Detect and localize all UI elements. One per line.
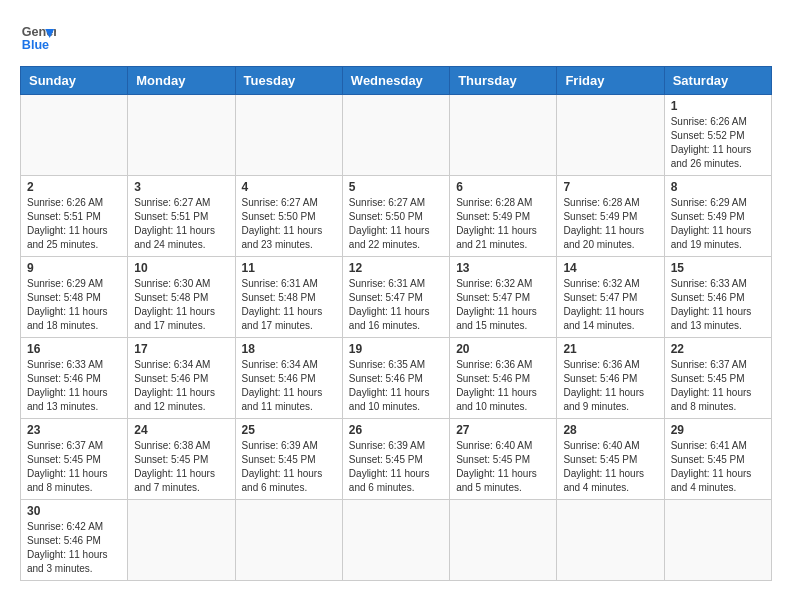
header: General Blue bbox=[20, 20, 772, 56]
day-info: Sunrise: 6:27 AM Sunset: 5:51 PM Dayligh… bbox=[134, 196, 228, 252]
calendar-header-friday: Friday bbox=[557, 67, 664, 95]
calendar-cell: 11Sunrise: 6:31 AM Sunset: 5:48 PM Dayli… bbox=[235, 257, 342, 338]
calendar-cell bbox=[128, 95, 235, 176]
day-info: Sunrise: 6:30 AM Sunset: 5:48 PM Dayligh… bbox=[134, 277, 228, 333]
day-number: 18 bbox=[242, 342, 336, 356]
day-info: Sunrise: 6:32 AM Sunset: 5:47 PM Dayligh… bbox=[563, 277, 657, 333]
day-info: Sunrise: 6:29 AM Sunset: 5:48 PM Dayligh… bbox=[27, 277, 121, 333]
calendar-week-4: 16Sunrise: 6:33 AM Sunset: 5:46 PM Dayli… bbox=[21, 338, 772, 419]
day-info: Sunrise: 6:36 AM Sunset: 5:46 PM Dayligh… bbox=[456, 358, 550, 414]
day-info: Sunrise: 6:34 AM Sunset: 5:46 PM Dayligh… bbox=[242, 358, 336, 414]
day-number: 5 bbox=[349, 180, 443, 194]
day-info: Sunrise: 6:33 AM Sunset: 5:46 PM Dayligh… bbox=[27, 358, 121, 414]
calendar-cell: 29Sunrise: 6:41 AM Sunset: 5:45 PM Dayli… bbox=[664, 419, 771, 500]
day-info: Sunrise: 6:39 AM Sunset: 5:45 PM Dayligh… bbox=[242, 439, 336, 495]
day-info: Sunrise: 6:26 AM Sunset: 5:52 PM Dayligh… bbox=[671, 115, 765, 171]
calendar-cell: 12Sunrise: 6:31 AM Sunset: 5:47 PM Dayli… bbox=[342, 257, 449, 338]
calendar-cell bbox=[664, 500, 771, 581]
calendar-cell: 23Sunrise: 6:37 AM Sunset: 5:45 PM Dayli… bbox=[21, 419, 128, 500]
calendar-cell: 14Sunrise: 6:32 AM Sunset: 5:47 PM Dayli… bbox=[557, 257, 664, 338]
calendar-cell bbox=[21, 95, 128, 176]
day-number: 28 bbox=[563, 423, 657, 437]
calendar-cell: 4Sunrise: 6:27 AM Sunset: 5:50 PM Daylig… bbox=[235, 176, 342, 257]
day-info: Sunrise: 6:42 AM Sunset: 5:46 PM Dayligh… bbox=[27, 520, 121, 576]
day-number: 15 bbox=[671, 261, 765, 275]
day-number: 27 bbox=[456, 423, 550, 437]
calendar-cell: 19Sunrise: 6:35 AM Sunset: 5:46 PM Dayli… bbox=[342, 338, 449, 419]
calendar-cell bbox=[342, 500, 449, 581]
day-number: 14 bbox=[563, 261, 657, 275]
day-number: 21 bbox=[563, 342, 657, 356]
day-info: Sunrise: 6:33 AM Sunset: 5:46 PM Dayligh… bbox=[671, 277, 765, 333]
calendar-week-5: 23Sunrise: 6:37 AM Sunset: 5:45 PM Dayli… bbox=[21, 419, 772, 500]
day-info: Sunrise: 6:40 AM Sunset: 5:45 PM Dayligh… bbox=[563, 439, 657, 495]
day-number: 22 bbox=[671, 342, 765, 356]
day-number: 20 bbox=[456, 342, 550, 356]
logo-icon: General Blue bbox=[20, 20, 56, 56]
calendar-week-3: 9Sunrise: 6:29 AM Sunset: 5:48 PM Daylig… bbox=[21, 257, 772, 338]
calendar-cell: 18Sunrise: 6:34 AM Sunset: 5:46 PM Dayli… bbox=[235, 338, 342, 419]
day-number: 3 bbox=[134, 180, 228, 194]
calendar-cell bbox=[235, 500, 342, 581]
svg-text:Blue: Blue bbox=[22, 38, 49, 52]
calendar-cell: 10Sunrise: 6:30 AM Sunset: 5:48 PM Dayli… bbox=[128, 257, 235, 338]
day-number: 19 bbox=[349, 342, 443, 356]
day-info: Sunrise: 6:41 AM Sunset: 5:45 PM Dayligh… bbox=[671, 439, 765, 495]
day-info: Sunrise: 6:35 AM Sunset: 5:46 PM Dayligh… bbox=[349, 358, 443, 414]
calendar-cell: 3Sunrise: 6:27 AM Sunset: 5:51 PM Daylig… bbox=[128, 176, 235, 257]
day-number: 2 bbox=[27, 180, 121, 194]
day-info: Sunrise: 6:37 AM Sunset: 5:45 PM Dayligh… bbox=[671, 358, 765, 414]
day-info: Sunrise: 6:34 AM Sunset: 5:46 PM Dayligh… bbox=[134, 358, 228, 414]
calendar-cell bbox=[450, 95, 557, 176]
calendar-cell bbox=[235, 95, 342, 176]
day-number: 12 bbox=[349, 261, 443, 275]
day-number: 30 bbox=[27, 504, 121, 518]
day-info: Sunrise: 6:26 AM Sunset: 5:51 PM Dayligh… bbox=[27, 196, 121, 252]
calendar-cell: 6Sunrise: 6:28 AM Sunset: 5:49 PM Daylig… bbox=[450, 176, 557, 257]
day-number: 11 bbox=[242, 261, 336, 275]
day-number: 8 bbox=[671, 180, 765, 194]
calendar-header-monday: Monday bbox=[128, 67, 235, 95]
day-info: Sunrise: 6:28 AM Sunset: 5:49 PM Dayligh… bbox=[456, 196, 550, 252]
logo: General Blue bbox=[20, 20, 56, 56]
calendar-header-wednesday: Wednesday bbox=[342, 67, 449, 95]
calendar-cell: 28Sunrise: 6:40 AM Sunset: 5:45 PM Dayli… bbox=[557, 419, 664, 500]
day-info: Sunrise: 6:29 AM Sunset: 5:49 PM Dayligh… bbox=[671, 196, 765, 252]
day-number: 23 bbox=[27, 423, 121, 437]
calendar-cell: 24Sunrise: 6:38 AM Sunset: 5:45 PM Dayli… bbox=[128, 419, 235, 500]
calendar-cell: 30Sunrise: 6:42 AM Sunset: 5:46 PM Dayli… bbox=[21, 500, 128, 581]
day-info: Sunrise: 6:28 AM Sunset: 5:49 PM Dayligh… bbox=[563, 196, 657, 252]
calendar-header-sunday: Sunday bbox=[21, 67, 128, 95]
calendar-cell: 26Sunrise: 6:39 AM Sunset: 5:45 PM Dayli… bbox=[342, 419, 449, 500]
calendar-cell: 7Sunrise: 6:28 AM Sunset: 5:49 PM Daylig… bbox=[557, 176, 664, 257]
day-number: 7 bbox=[563, 180, 657, 194]
day-info: Sunrise: 6:32 AM Sunset: 5:47 PM Dayligh… bbox=[456, 277, 550, 333]
calendar-cell: 27Sunrise: 6:40 AM Sunset: 5:45 PM Dayli… bbox=[450, 419, 557, 500]
calendar-header-thursday: Thursday bbox=[450, 67, 557, 95]
calendar-cell: 15Sunrise: 6:33 AM Sunset: 5:46 PM Dayli… bbox=[664, 257, 771, 338]
calendar-cell: 13Sunrise: 6:32 AM Sunset: 5:47 PM Dayli… bbox=[450, 257, 557, 338]
day-number: 26 bbox=[349, 423, 443, 437]
day-number: 17 bbox=[134, 342, 228, 356]
day-info: Sunrise: 6:38 AM Sunset: 5:45 PM Dayligh… bbox=[134, 439, 228, 495]
day-number: 25 bbox=[242, 423, 336, 437]
calendar-header-tuesday: Tuesday bbox=[235, 67, 342, 95]
calendar-cell: 16Sunrise: 6:33 AM Sunset: 5:46 PM Dayli… bbox=[21, 338, 128, 419]
day-info: Sunrise: 6:40 AM Sunset: 5:45 PM Dayligh… bbox=[456, 439, 550, 495]
calendar-cell: 22Sunrise: 6:37 AM Sunset: 5:45 PM Dayli… bbox=[664, 338, 771, 419]
calendar-cell bbox=[557, 500, 664, 581]
day-info: Sunrise: 6:39 AM Sunset: 5:45 PM Dayligh… bbox=[349, 439, 443, 495]
day-number: 9 bbox=[27, 261, 121, 275]
day-info: Sunrise: 6:36 AM Sunset: 5:46 PM Dayligh… bbox=[563, 358, 657, 414]
calendar-cell: 20Sunrise: 6:36 AM Sunset: 5:46 PM Dayli… bbox=[450, 338, 557, 419]
calendar-cell bbox=[128, 500, 235, 581]
calendar-cell: 5Sunrise: 6:27 AM Sunset: 5:50 PM Daylig… bbox=[342, 176, 449, 257]
day-number: 1 bbox=[671, 99, 765, 113]
day-number: 6 bbox=[456, 180, 550, 194]
day-info: Sunrise: 6:27 AM Sunset: 5:50 PM Dayligh… bbox=[242, 196, 336, 252]
calendar-cell bbox=[450, 500, 557, 581]
day-info: Sunrise: 6:31 AM Sunset: 5:48 PM Dayligh… bbox=[242, 277, 336, 333]
day-number: 29 bbox=[671, 423, 765, 437]
calendar-cell bbox=[342, 95, 449, 176]
day-info: Sunrise: 6:27 AM Sunset: 5:50 PM Dayligh… bbox=[349, 196, 443, 252]
